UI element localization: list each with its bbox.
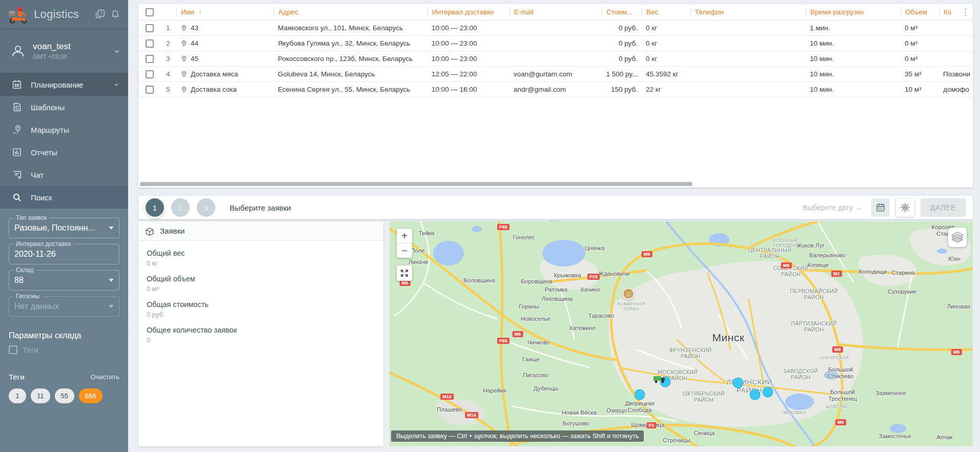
row-checkbox[interactable] [146,86,154,94]
tag-chip[interactable]: 11 [31,388,50,403]
col-address[interactable]: Адрес [274,7,427,17]
col-interval[interactable]: Интервал доставки [427,7,509,17]
order-volume: 35 м³ [901,70,939,78]
map-place-label: Боровщина [521,278,552,285]
order-marker[interactable] [635,389,645,400]
table-row[interactable]: 5 Доставка сока Есенина Сергея ул., 55, … [138,82,973,97]
col-phone[interactable]: Телефон [690,7,806,17]
horizontal-scrollbar[interactable] [140,182,692,186]
warehouse-marker[interactable]: ⌂ [622,287,635,300]
table-row[interactable]: 4 Доставка мяса Golubeva 14, Минск, Бела… [138,67,973,82]
order-unload-time: 10 мин. [806,86,901,93]
sidebar-item-label: Шаблоны [31,103,65,112]
order-address: Маяковского ул., 101, Минск, Беларусь [274,24,427,32]
delivery-interval-input[interactable]: Интервал доставки 2020-11-26 [9,244,119,264]
sidebar-item-label: Маршруты [31,126,69,134]
sidebar-item-search[interactable]: Поиск [0,186,128,209]
calendar-button[interactable] [871,198,890,217]
chat-icon [11,169,23,180]
bell-icon[interactable] [110,9,121,20]
order-type-select[interactable]: Тип заявок Разовые, Постоянн... [9,218,119,238]
map-place-label: Сеница [694,430,714,437]
col-weight[interactable]: Вес [642,7,690,17]
tag-chip[interactable]: 1 [9,388,26,403]
order-interval: 12:05 — 22:00 [427,70,509,78]
map-place-label: Нарейки [483,387,506,394]
wizard-stepper-bar: 1 2 3 Выберите заявки Выберите дату → [138,196,973,219]
road-badge: Р28 [587,274,600,280]
sidebar-item-routes[interactable]: Маршруты [0,118,128,141]
row-checkbox[interactable] [146,55,154,63]
map-place-label: Тейки [419,230,435,237]
warehouse-label: Склад [13,266,36,274]
order-volume: 10 м³ [901,86,939,93]
map-panel[interactable]: ТейкиПолеЛихачиВоловщинаГонолесЦнянкаКры… [390,221,973,446]
order-interval: 10:00 — 16:00 [427,86,509,93]
map-place-label: ФРУНЗЕНСКИЙ РАЙОН [669,347,711,359]
map-place-label: Заямочное [876,390,906,397]
fullscreen-expand-icon [400,269,409,278]
select-all-checkbox[interactable] [146,8,154,16]
sidebar-item-planning[interactable]: Планирование [0,73,128,96]
tag-chip-selected[interactable]: 666 [79,388,103,403]
col-name[interactable]: Имя↑ [176,7,274,17]
map-place-label: ЦЕНТРАЛЬНЫЙ РАЙОН [748,247,792,259]
user-section[interactable]: voan_test GMT +03:00 [0,29,128,73]
table-row[interactable]: 3 45 Рокоссовского пр., 123б, Минск, Бел… [138,51,973,67]
order-type-label: Тип заявок [13,214,49,221]
sidebar: Logistics ? voan_test GMT +03:00 [0,0,128,452]
tags-checkbox[interactable] [9,345,17,354]
order-marker[interactable] [750,389,761,400]
table-row[interactable]: 1 43 Маяковского ул., 101, Минск, Белару… [138,20,973,36]
zoom-in-button[interactable]: + [397,229,412,243]
order-marker[interactable] [733,378,744,388]
tags-clear-button[interactable]: Очистить [90,373,119,381]
step-3[interactable]: 3 [197,198,215,217]
map-place-label: Гаище [522,356,540,363]
map-place-label: Сухорукие [888,289,916,295]
road-badge: М9 [832,346,843,353]
gear-icon [900,202,911,213]
sidebar-item-reports[interactable]: Отчеты [0,141,128,163]
next-button[interactable]: ДАЛЕЕ [921,198,966,217]
package-box-icon [145,226,155,236]
sidebar-item-templates[interactable]: Шаблоны [0,96,128,118]
map-place-label: Лихачи [409,259,428,265]
dropdown-caret-icon [109,227,114,230]
map-place-label: Новая Вёска [562,409,597,416]
row-checkbox[interactable] [146,70,154,78]
tag-chip[interactable]: 55 [55,388,74,403]
order-marker[interactable] [763,387,773,398]
step-2[interactable]: 2 [171,198,190,217]
logistics-app: Logistics ? voan_test GMT +03:00 [0,0,980,452]
order-weight: 0 кг [642,55,690,63]
col-cost[interactable]: Стоим... [602,7,642,17]
scooter-logo-icon [7,5,30,24]
routes-icon [11,124,23,135]
map-layers-button[interactable] [948,228,967,247]
stat-total-cost: Общая стоимость 0 руб. [147,300,375,318]
zoom-out-button[interactable]: − [397,243,412,258]
help-windows-icon[interactable]: ? [94,9,106,20]
sidebar-item-label: Отчеты [31,148,57,157]
summary-title: Заявки [160,227,185,235]
warehouse-select[interactable]: Склад 88 [9,270,119,291]
sidebar-item-chat[interactable]: Чат [0,163,128,186]
map-place-label: Озерцо [606,407,627,414]
row-checkbox[interactable] [146,39,154,48]
col-volume[interactable]: Объем [901,7,939,17]
step-1[interactable]: 1 [146,198,164,217]
orders-table: Имя↑ Адрес Интервал доставки E-mail Стои… [138,4,973,188]
geofences-select[interactable]: Геозоны Нет данных [9,296,119,317]
table-row[interactable]: 2 44 Якубова Гуляма ул., 32, Минск, Бела… [138,36,973,51]
choose-date-hint[interactable]: Выберите дату → [803,203,862,212]
col-unload-time[interactable]: Время разгрузки [806,7,901,17]
order-address: Рокоссовского пр., 123б, Минск, Беларусь [274,55,427,63]
settings-button[interactable] [896,198,914,217]
table-menu-kebab-icon[interactable]: ⋮ [961,7,970,18]
tags-checkbox-row[interactable]: Теги [9,345,119,354]
row-checkbox[interactable] [146,24,154,32]
fullscreen-button[interactable] [397,265,412,281]
order-email: voan@gurtam.com [509,70,602,78]
col-email[interactable]: E-mail [509,7,602,17]
